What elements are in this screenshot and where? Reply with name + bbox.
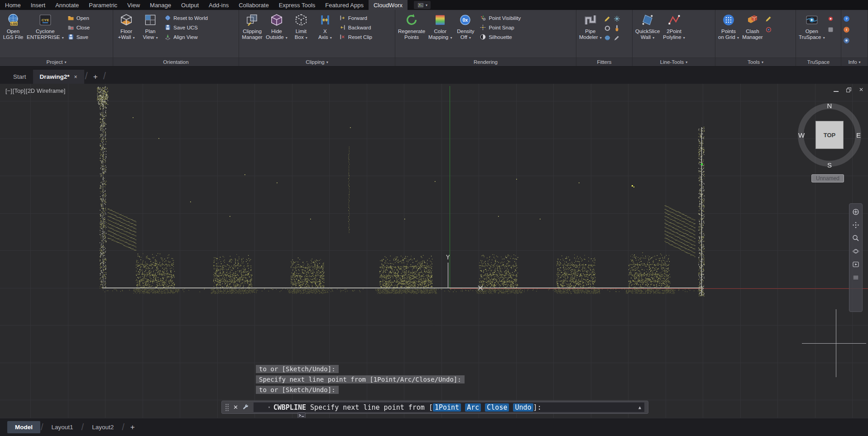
x-axis-button[interactable]: XAxis ▾ — [313, 11, 337, 57]
fit-brush-button[interactable] — [613, 24, 621, 32]
viewport-menu-control[interactable]: [−] — [5, 87, 12, 94]
nav-wheel-icon[interactable] — [852, 208, 860, 216]
fit-nut-button[interactable] — [604, 24, 611, 32]
viewcube-top-face[interactable]: TOP — [815, 121, 844, 149]
workspace-image-button[interactable]: ▾ — [414, 1, 431, 9]
info-q-button[interactable]: ? — [843, 15, 850, 23]
ribbon-panel-label-fitters[interactable]: Fitters — [576, 57, 632, 66]
ribbon-tab-manage[interactable]: Manage — [145, 0, 176, 10]
drawing-tab-start[interactable]: Start — [6, 70, 33, 84]
nav-zoom-icon[interactable] — [852, 234, 860, 242]
new-layout-button[interactable]: + — [125, 423, 140, 432]
fit-sphere-button[interactable] — [604, 34, 611, 42]
clash-manager-button[interactable]: ClashManager — [741, 11, 764, 57]
layout-tab-layout1[interactable]: Layout1 — [44, 421, 81, 433]
points-on-grid-button[interactable]: Pointson Grid ▾ — [717, 11, 740, 57]
nav-pan-icon[interactable] — [852, 221, 860, 229]
command-bar-close-icon[interactable]: ✕ — [233, 404, 238, 411]
2point-polyline-button[interactable]: 2PointPolyline ▾ — [662, 11, 686, 57]
command-history-expand-icon[interactable]: ▲ — [638, 405, 641, 410]
reset-clip-button[interactable]: Reset Clip — [337, 34, 374, 40]
ribbon-tab-collaborate[interactable]: Collaborate — [234, 0, 274, 10]
forward-button[interactable]: Forward — [337, 14, 374, 21]
command-bar-grip-handle[interactable] — [225, 403, 229, 411]
layout-tab-model[interactable]: Model — [7, 421, 40, 433]
recent-commands-icon[interactable] — [257, 404, 265, 411]
fit-snow-button[interactable] — [613, 15, 621, 23]
quickslice-wall-button[interactable]: QuickSliceWall ▾ — [634, 11, 661, 57]
floor-wall-button[interactable]: Floor+Wall ▾ — [115, 11, 138, 57]
close-button[interactable]: Close — [66, 24, 91, 31]
ribbon-panel-label-rendering[interactable]: Rendering — [395, 57, 576, 66]
ribbon-tab-output[interactable]: Output — [176, 0, 204, 10]
ribbon-tab-insert[interactable]: Insert — [26, 0, 51, 10]
fit-pencil-button[interactable] — [765, 15, 772, 23]
save-button[interactable]: Save — [66, 34, 91, 40]
silhouette-button[interactable]: Silhouette — [478, 34, 523, 40]
viewcube[interactable]: N S W E TOP — [796, 101, 863, 169]
command-option-close[interactable]: Close — [485, 403, 509, 412]
color-mapping-button[interactable]: ColorMapping ▾ — [427, 11, 453, 57]
ribbon-tab-express-tools[interactable]: Express Tools — [274, 0, 321, 10]
cyclone-enterprise-button[interactable]: CYECycloneENTERPRISE ▾ — [25, 11, 65, 57]
ribbon-panel-label-line-tools[interactable]: Line-Tools ▾ — [633, 57, 715, 66]
layout-tab-layout2[interactable]: Layout2 — [84, 421, 121, 433]
drawing-tab-drawing2[interactable]: Drawing2*× — [33, 70, 84, 84]
open-button[interactable]: Open — [66, 14, 91, 21]
ribbon-panel-label-info[interactable]: Info ▾ — [841, 57, 868, 66]
point-visibility-button[interactable]: Point Visibility — [478, 14, 523, 21]
ribbon-panel-label-truspace[interactable]: TruSpace — [796, 57, 841, 66]
ribbon-tab-parametric[interactable]: Parametric — [84, 0, 122, 10]
viewport-view-control[interactable]: [Top] — [13, 87, 25, 94]
command-input[interactable]: ▾ CWBPLINE Specify next line point from … — [253, 402, 645, 412]
nav-menu-icon[interactable] — [852, 273, 860, 282]
backward-button[interactable]: Backward — [337, 24, 374, 31]
hide-outside-button[interactable]: HideOutside ▾ — [264, 11, 289, 57]
align-view-button[interactable]: Align View — [163, 34, 210, 40]
plan-view-button[interactable]: PlanView ▾ — [139, 11, 162, 57]
close-icon[interactable]: ✕ — [859, 87, 863, 92]
nav-motion-icon[interactable] — [852, 260, 860, 268]
command-option-1point[interactable]: 1Point — [433, 403, 461, 412]
viewport-visual-style-control[interactable]: [2D Wireframe] — [26, 87, 65, 94]
command-option-undo[interactable]: Undo — [513, 403, 533, 412]
fit-pen-button[interactable] — [613, 34, 621, 42]
tru-red-button[interactable] — [827, 15, 834, 23]
fit-pencil-button[interactable] — [604, 15, 611, 23]
point-snap-button[interactable]: Point Snap — [478, 24, 523, 31]
recent-commands-caret-icon[interactable]: ▾ — [268, 405, 270, 409]
viewcube-west[interactable]: W — [798, 131, 805, 139]
density-off-button[interactable]: 0xDensityOff ▾ — [454, 11, 477, 57]
command-option-arc[interactable]: Arc — [465, 403, 481, 412]
pipe-modeler-button[interactable]: PipeModeler ▾ — [578, 11, 603, 57]
restore-icon[interactable] — [846, 86, 852, 92]
reset-to-world-button[interactable]: Reset to World — [163, 14, 210, 21]
viewcube-south[interactable]: S — [827, 161, 832, 169]
ribbon-panel-label-clipping[interactable]: Clipping ▾ — [239, 57, 395, 66]
viewcube-north[interactable]: N — [827, 102, 832, 110]
open-lgs-file-button[interactable]: LGSOpenLGS File — [1, 11, 25, 57]
ribbon-panel-label-project[interactable]: Project ▾ — [0, 57, 113, 66]
ribbon-tab-annotate[interactable]: Annotate — [50, 0, 84, 10]
tab-close-icon[interactable]: × — [74, 74, 77, 80]
regenerate-points-button[interactable]: RegeneratePoints — [397, 11, 427, 57]
ribbon-tab-add-ins[interactable]: Add-ins — [204, 0, 234, 10]
clipping-manager-button[interactable]: ClippingManager — [240, 11, 264, 57]
tru-gray-button[interactable] — [827, 26, 834, 34]
ribbon-panel-label-orientation[interactable]: Orientation — [113, 57, 239, 66]
customize-wrench-icon[interactable] — [242, 404, 249, 411]
ribbon-tab-home[interactable]: Home — [0, 0, 26, 10]
ribbon-tab-view[interactable]: View — [122, 0, 145, 10]
open-truspace-button[interactable]: OpenTruSpace ▾ — [797, 11, 826, 57]
command-bar[interactable]: ✕ ▾ CWBPLINE Specify next line point fro… — [221, 401, 648, 414]
ribbon-panel-label-tools[interactable]: Tools ▾ — [715, 57, 796, 66]
fit-target-button[interactable] — [765, 26, 772, 34]
save-ucs-button[interactable]: Save UCS — [163, 24, 210, 31]
info-b-button[interactable] — [843, 37, 850, 44]
viewcube-east[interactable]: E — [856, 131, 861, 139]
ribbon-tab-featured-apps[interactable]: Featured Apps — [320, 0, 369, 10]
minimize-icon[interactable] — [834, 91, 839, 92]
limit-box-button[interactable]: LimitBox ▾ — [289, 11, 313, 57]
ribbon-tab-cloudworx[interactable]: CloudWorx — [369, 0, 408, 10]
new-drawing-tab-button[interactable]: + — [89, 70, 102, 84]
